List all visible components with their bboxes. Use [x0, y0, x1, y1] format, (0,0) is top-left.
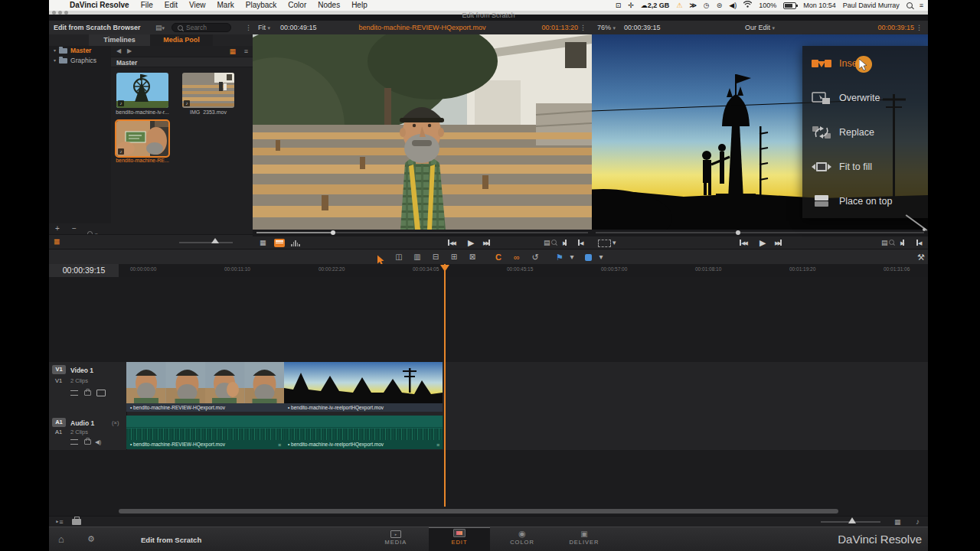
nav-forward-button[interactable]: ▶ [127, 47, 132, 54]
video-track-badge[interactable]: V1 [52, 365, 66, 374]
spotlight-icon[interactable] [906, 2, 913, 8]
timeline-scrub-bar[interactable] [592, 230, 928, 236]
timeline-list-icon[interactable]: ≣ [54, 237, 60, 246]
dynamic-trim-icon[interactable]: ▥ [412, 249, 423, 265]
menu-color[interactable]: Color [288, 0, 306, 11]
settings-gear-icon[interactable]: ⚙ [87, 534, 95, 544]
play-button[interactable]: ▶ [760, 236, 766, 249]
timeline-view-mode-icon[interactable] [598, 240, 611, 247]
tab-media-pool[interactable]: Media Pool [150, 34, 213, 46]
flag-dropdown-icon[interactable]: ▾ [568, 249, 576, 265]
menu-item-replace[interactable]: Replace [802, 115, 928, 149]
page-tab-edit[interactable]: EDIT [433, 529, 486, 546]
menu-item-place-on-top[interactable]: Place on top [802, 184, 928, 218]
clip-view-options-button[interactable]: ▤▾ [155, 21, 165, 35]
home-icon[interactable]: ⌂ [58, 533, 64, 545]
goto-out-button[interactable]: ▶ [900, 236, 904, 249]
menu-mark[interactable]: Mark [217, 0, 234, 11]
notification-center-icon[interactable]: ≡ [920, 0, 923, 11]
tab-timelines[interactable]: Timelines [89, 34, 150, 46]
audio-waveform-icon[interactable] [291, 240, 300, 246]
remove-bin-button[interactable]: − [72, 224, 77, 233]
user-menu[interactable]: Paul David Murray [843, 0, 900, 11]
lock-track-icon[interactable] [84, 439, 91, 445]
audio-level-icon[interactable]: ≡ [278, 442, 281, 448]
audio-track-badge[interactable]: A1 [52, 418, 66, 427]
source-scrub-thumb[interactable] [331, 230, 335, 235]
chevron-down-icon[interactable]: ▾ [54, 56, 56, 66]
audio-level-icon[interactable]: ≡ [436, 442, 439, 448]
music-note-icon[interactable]: ♪ [916, 517, 920, 526]
next-frame-button[interactable]: ▶▶ [483, 236, 490, 249]
source-scrub-bar[interactable] [253, 230, 592, 236]
timeline-zoom-thumb[interactable] [848, 517, 856, 523]
source-viewer[interactable] [253, 34, 593, 230]
bin-master[interactable]: ▾ Master [49, 46, 111, 56]
play-button[interactable]: ▶ [468, 236, 474, 249]
menu-help[interactable]: Help [351, 0, 368, 11]
media-clip-img2353[interactable]: ♪ [182, 73, 234, 108]
grid-view-icon[interactable]: ▦ [260, 236, 266, 249]
bin-graphics[interactable]: ▾ Graphics [49, 56, 111, 66]
menu-edit[interactable]: Edit [165, 0, 178, 11]
prev-frame-button[interactable]: ◀◀ [448, 236, 455, 249]
marker-dropdown-icon[interactable]: ▾ [597, 249, 605, 265]
audio-track-header[interactable]: A1 Audio 1 (×) A1 2 Clips ◀) [49, 416, 127, 450]
insert-clip-icon[interactable]: ⊞ [449, 249, 459, 265]
snapping-icon[interactable]: C [493, 249, 504, 265]
source-options-menu[interactable]: ⋮ [580, 21, 586, 34]
timeline-ruler[interactable]: 00:00:00:00 00:00:11:10 00:00:22:20 00:0… [119, 264, 928, 278]
timeline-tools-icon[interactable]: ⚒ [916, 249, 926, 265]
chevron-down-icon[interactable]: ▾ [54, 46, 56, 56]
timeline-video-clip-2[interactable]: • bendito-machine-iv-reelportHQexport.mo… [284, 362, 443, 412]
cloud-memory-indicator[interactable]: ☁2,2 GB [641, 0, 670, 11]
toolbox-icon[interactable] [72, 519, 81, 525]
timeline-audio-clip-2[interactable]: • bendito-machine-iv-reelportHQexport.mo… [284, 416, 443, 449]
add-bin-button[interactable]: + [55, 224, 60, 233]
browser-options-menu[interactable]: ⋮ [245, 21, 252, 34]
auto-select-icon[interactable] [70, 390, 78, 396]
video-track-header[interactable]: V1 Video 1 V1 2 Clips [49, 362, 127, 420]
list-view-icon[interactable]: ≡ [244, 47, 248, 55]
keyboard-icon[interactable]: ⊜ [717, 0, 723, 11]
match-frame-icon[interactable]: ▤ [544, 236, 557, 249]
goto-in-button[interactable]: ◀ [916, 236, 920, 249]
filmstrip-icon[interactable]: ▦ [894, 518, 901, 526]
match-frame-icon[interactable]: ▤ [881, 236, 894, 249]
display-icon[interactable]: ⊡ [616, 0, 622, 11]
menu-playback[interactable]: Playback [246, 0, 277, 11]
fast-forward-icon[interactable]: ≫ [689, 0, 696, 11]
trim-edit-mode-icon[interactable]: ◫ [394, 249, 404, 265]
menu-item-overwrite[interactable]: Overwrite [802, 80, 928, 115]
page-tab-deliver[interactable]: ▣ DELIVER [557, 529, 611, 546]
timeline-video-clip-1[interactable]: • bendito-machine-REVIEW-HQexport.mov [126, 362, 285, 412]
timeline-scrub-thumb[interactable] [736, 230, 740, 235]
next-frame-button[interactable]: ▶▶ [775, 236, 782, 249]
horizontal-scrollbar[interactable] [119, 509, 838, 514]
timeline-tracks-area[interactable]: V1 Video 1 V1 2 Clips A1 Audio 1 (×) A1 … [49, 277, 928, 507]
clip-mode-icon[interactable] [274, 239, 285, 247]
volume-icon[interactable]: ◀) [729, 0, 737, 11]
timeline-viewer-options-menu[interactable]: ⋮ [916, 21, 923, 34]
flag-icon[interactable]: ⚑ [555, 249, 564, 265]
speaker-icon[interactable]: ◀) [95, 439, 101, 445]
media-clip-bendito-iv[interactable]: ♪ [116, 73, 168, 108]
menu-clock[interactable]: Mon 10:54 [803, 0, 836, 11]
menu-item-fit-to-fill[interactable]: Fit to fill [802, 149, 928, 184]
menu-file[interactable]: File [141, 0, 153, 11]
menu-nodes[interactable]: Nodes [318, 0, 340, 11]
warning-icon[interactable]: ⚠ [676, 0, 682, 11]
page-tab-color[interactable]: ◉ COLOR [495, 529, 549, 546]
chevron-down-icon[interactable]: ▾ [612, 236, 616, 249]
replace-clip-icon[interactable]: ⊠ [467, 249, 478, 265]
app-menu[interactable]: DaVinci Resolve [70, 0, 129, 11]
playhead-line[interactable] [444, 264, 446, 507]
auto-select-icon[interactable] [70, 439, 78, 445]
slider-thumb[interactable] [211, 238, 219, 243]
search-input[interactable]: Search [172, 23, 231, 32]
page-tab-media[interactable]: ▸ MEDIA [369, 529, 423, 546]
marker-icon[interactable] [585, 254, 592, 261]
thumbnail-size-slider[interactable] [179, 242, 233, 243]
loop-icon[interactable]: ↺ [530, 249, 541, 265]
goto-in-button[interactable]: ◀ [578, 236, 582, 249]
